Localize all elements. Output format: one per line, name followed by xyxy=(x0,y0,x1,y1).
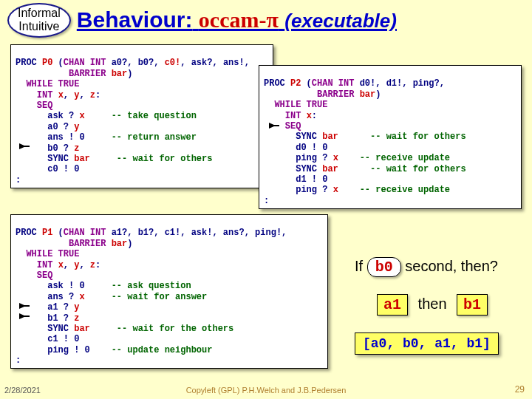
oval-informal: Informal Intuitive xyxy=(7,3,71,38)
oval-line2: Intuitive xyxy=(18,20,61,33)
question-line2: a1 then b1 xyxy=(377,294,488,316)
proc-p2-box: PROC P2 (CHAN INT d0!, d1!, ping?, BARRI… xyxy=(259,65,522,209)
answer-box: [a0, b0, a1, b1] xyxy=(355,332,499,355)
if-text: If xyxy=(355,258,363,274)
title-executable: (executable) xyxy=(284,10,397,32)
footer-copyleft: Copyleft (GPL) P.H.Welch and J.B.Pederse… xyxy=(186,386,347,395)
arrow-icon xyxy=(19,309,33,322)
footer-page-number: 29 xyxy=(515,384,525,395)
svg-rect-5 xyxy=(19,305,30,307)
second-text: second, then? xyxy=(405,258,498,274)
question-line1: If b0 second, then? xyxy=(355,257,498,277)
svg-rect-1 xyxy=(19,146,30,147)
slide-title: Behaviour: occam-π (executable) xyxy=(77,7,397,33)
box-a1: a1 xyxy=(377,294,408,316)
title-behaviour: Behaviour: xyxy=(77,7,193,32)
pill-b0: b0 xyxy=(367,257,401,277)
oval-line1: Informal xyxy=(18,7,61,20)
footer-date: 2/28/2021 xyxy=(4,386,41,395)
box-b1: b1 xyxy=(457,294,488,316)
proc-p0-box: PROC P0 (CHAN INT a0?, b0?, c0!, ask?, a… xyxy=(10,44,273,188)
title-occam: occam-π xyxy=(199,7,279,32)
then-text: then xyxy=(418,296,447,312)
slide-header: Informal Intuitive Behaviour: occam-π (e… xyxy=(7,3,397,38)
svg-rect-7 xyxy=(19,316,30,317)
arrow-icon xyxy=(269,118,282,132)
arrow-icon xyxy=(19,139,33,152)
svg-rect-3 xyxy=(269,125,279,126)
proc-p1-box: PROC P1 (CHAN INT a1?, b1?, c1!, ask!, a… xyxy=(10,214,328,369)
answer-text: [a0, b0, a1, b1] xyxy=(363,336,491,351)
